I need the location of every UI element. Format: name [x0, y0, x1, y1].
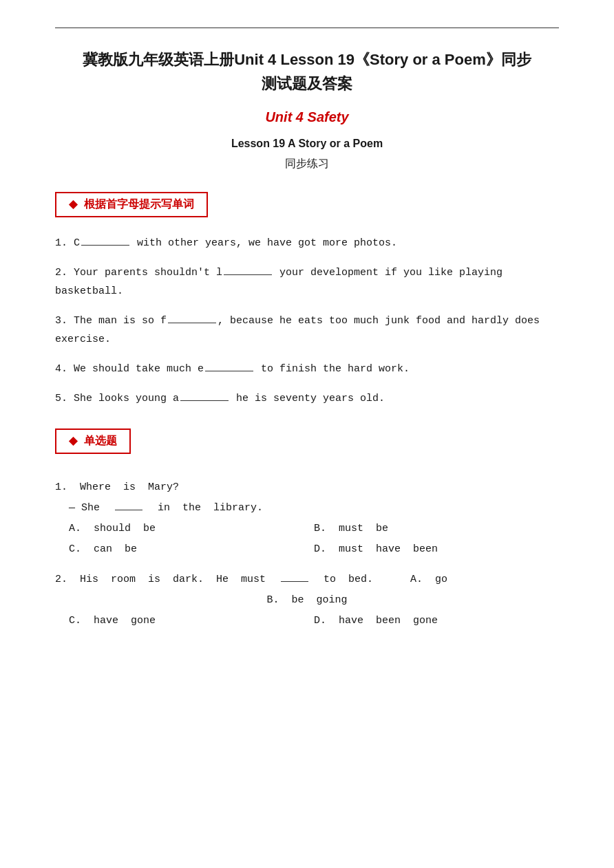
mc-q1-options: A. should be B. must be C. can be D. mus…	[69, 519, 559, 560]
diamond-icon: ◆	[69, 198, 77, 210]
mc-q1-option-a: A. should be	[69, 519, 314, 539]
blank-4	[205, 371, 253, 371]
mc-q1-option-b: B. must be	[314, 519, 559, 539]
unit-title: Unit 4 Safety	[55, 109, 559, 125]
mc-q2-option-d: D. have been gone	[314, 611, 559, 631]
blank-3	[168, 323, 216, 323]
main-title: 冀教版九年级英语上册Unit 4 Lesson 19《Story or a Po…	[55, 47, 559, 96]
blank-1	[81, 245, 129, 246]
diamond-icon-2: ◆	[69, 435, 77, 446]
question-2: 2. Your parents shouldn't l your develop…	[55, 263, 559, 301]
question-4: 4. We should take much e to finish the h…	[55, 360, 559, 378]
lesson-title: Lesson 19 A Story or a Poem	[55, 138, 559, 150]
mc-q1-blank	[115, 510, 142, 510]
mc-q2-option-c: C. have gone	[69, 611, 314, 631]
mc-q1-answer-line: — She in the library.	[69, 498, 559, 519]
blank-2	[224, 274, 272, 275]
question-3: 3. The man is so f, because he eats too …	[55, 312, 559, 349]
mc-q1-option-c: C. can be	[69, 539, 314, 560]
question-1: 1. C with other years, we have got more …	[55, 234, 559, 252]
mc-question-2: 2. His room is dark. He must to bed. A. …	[55, 569, 559, 631]
mc-q2-bottom-options: C. have gone D. have been gone	[69, 611, 559, 631]
mc-section: 1. Where is Mary? — She in the library. …	[55, 477, 559, 631]
mc-question-1: 1. Where is Mary? — She in the library. …	[55, 477, 559, 560]
mc-q2-blank	[281, 581, 308, 582]
mc-q1-option-d: D. must have been	[314, 539, 559, 560]
section1-header: ◆ 根据首字母提示写单词	[55, 192, 208, 217]
section1-questions: 1. C with other years, we have got more …	[55, 234, 559, 408]
mc-q2-option-b-center: B. be going	[55, 590, 559, 611]
question-5: 5. She looks young a he is seventy years…	[55, 389, 559, 408]
subtitle: 同步练习	[55, 157, 559, 171]
section2-header: ◆ 单选题	[55, 428, 131, 454]
mc-q2-text: 2. His room is dark. He must to bed. A. …	[55, 569, 559, 590]
section2-label: 单选题	[84, 435, 117, 446]
mc-q1-text: 1. Where is Mary?	[55, 477, 559, 498]
top-divider	[55, 28, 559, 28]
section1-label: 根据首字母提示写单词	[84, 198, 194, 210]
blank-5	[180, 400, 229, 401]
